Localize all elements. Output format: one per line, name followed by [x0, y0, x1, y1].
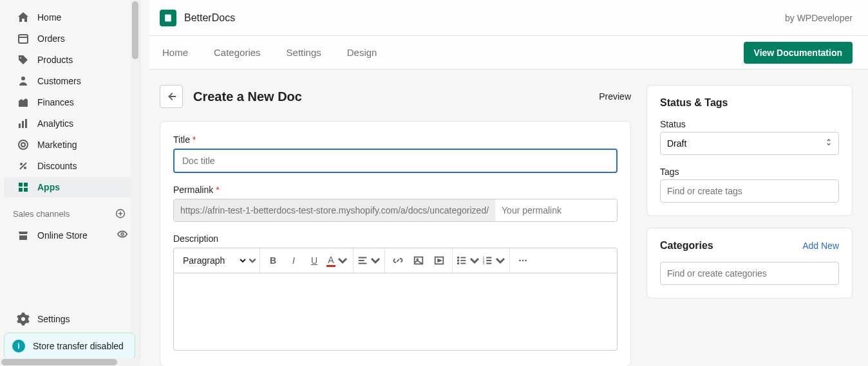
nav-marketing[interactable]: Marketing — [4, 134, 136, 155]
status-tags-heading: Status & Tags — [660, 97, 839, 109]
chevron-down-icon — [248, 250, 257, 271]
bullet-list-button[interactable] — [455, 250, 481, 271]
nav-home-label: Home — [37, 12, 61, 23]
orders-icon — [17, 32, 30, 45]
svg-point-8 — [24, 167, 26, 169]
nav-customers[interactable]: Customers — [4, 71, 136, 91]
marketing-icon — [17, 138, 30, 151]
permalink-base: https://afrin-test-1-betterdocs-test-sto… — [174, 199, 495, 221]
app-logo — [160, 10, 176, 26]
discounts-icon — [17, 160, 30, 172]
nav-settings[interactable]: Settings — [4, 309, 127, 329]
nav-finances[interactable]: Finances — [4, 92, 136, 113]
nav-customers-label: Customers — [37, 76, 81, 86]
tab-home[interactable]: Home — [160, 38, 191, 67]
apps-icon — [17, 181, 30, 194]
svg-rect-12 — [24, 188, 28, 192]
permalink-label: Permalink * — [173, 185, 618, 195]
nav-finances-label: Finances — [37, 97, 74, 107]
link-button[interactable] — [388, 250, 408, 271]
admin-sidebar: Home Orders Products Customers Finances … — [0, 0, 140, 366]
tab-design[interactable]: Design — [344, 38, 380, 67]
nav-online-store[interactable]: Online Store — [4, 224, 136, 246]
categories-card: Categories Add New — [646, 228, 853, 298]
sidebar-scrollbar-thumb[interactable] — [132, 1, 138, 59]
app-title: BetterDocs — [184, 12, 235, 24]
nav-apps-label: Apps — [37, 182, 60, 192]
bold-button[interactable]: B — [263, 250, 283, 271]
page-header: Create a New Doc Preview — [160, 85, 631, 108]
permalink-slug-input[interactable] — [502, 205, 614, 215]
nav-analytics-label: Analytics — [37, 118, 73, 129]
svg-rect-0 — [19, 35, 28, 43]
svg-point-21 — [458, 263, 459, 264]
nav-orders-label: Orders — [37, 33, 65, 44]
video-button[interactable] — [429, 250, 449, 271]
finances-icon — [17, 96, 30, 109]
svg-point-14 — [121, 233, 124, 235]
doc-title-input[interactable] — [173, 149, 618, 173]
nav-home[interactable]: Home — [4, 7, 136, 28]
sales-channels-label: Sales channels — [13, 209, 70, 219]
nav-marketing-label: Marketing — [37, 140, 77, 150]
svg-point-27 — [525, 260, 527, 262]
sidebar-hscroll-track — [0, 358, 140, 366]
store-transfer-banner: i Store transfer disabled — [4, 333, 135, 360]
back-button[interactable] — [160, 85, 183, 108]
nav-analytics[interactable]: Analytics — [4, 113, 136, 134]
svg-point-5 — [19, 140, 28, 149]
store-icon — [17, 229, 30, 242]
add-category-link[interactable]: Add New — [802, 241, 839, 251]
customers-icon — [17, 75, 30, 87]
svg-rect-3 — [22, 121, 24, 128]
developer-text: by WPDeveloper — [785, 13, 853, 23]
svg-rect-11 — [19, 188, 23, 192]
underline-button[interactable]: U — [304, 250, 325, 271]
view-documentation-button[interactable]: View Documentation — [744, 42, 853, 64]
align-button[interactable] — [356, 250, 382, 271]
nav-products-label: Products — [37, 55, 73, 65]
block-format-select[interactable]: Paragraph — [174, 250, 248, 271]
nav-orders[interactable]: Orders — [4, 28, 136, 49]
svg-rect-10 — [24, 183, 28, 187]
main-area: BetterDocs by WPDeveloper Home Categorie… — [149, 0, 868, 366]
svg-point-1 — [21, 77, 25, 80]
status-select-input[interactable]: Draft — [667, 138, 832, 149]
image-button[interactable] — [408, 250, 429, 271]
nav-discounts[interactable]: Discounts — [4, 156, 136, 176]
preview-link[interactable]: Preview — [599, 91, 631, 102]
page-title: Create a New Doc — [193, 89, 302, 104]
view-store-icon[interactable] — [117, 228, 128, 242]
description-editor[interactable] — [173, 273, 618, 351]
sidebar-hscroll-thumb[interactable] — [1, 359, 117, 365]
status-label: Status — [660, 119, 839, 129]
nav-apps[interactable]: Apps — [4, 177, 136, 197]
nav-products[interactable]: Products — [4, 50, 136, 70]
home-icon — [17, 11, 30, 24]
app-topbar: BetterDocs by WPDeveloper — [149, 0, 868, 36]
gear-icon — [17, 313, 30, 325]
add-channel-button[interactable] — [114, 207, 127, 220]
numbered-list-button[interactable]: 123 — [481, 250, 507, 271]
tags-label: Tags — [660, 167, 839, 177]
categories-input[interactable] — [660, 262, 839, 285]
banner-text: Store transfer disabled — [33, 341, 124, 351]
status-select[interactable]: Draft — [660, 132, 839, 155]
tab-settings[interactable]: Settings — [284, 38, 324, 67]
svg-point-17 — [417, 259, 418, 260]
svg-point-25 — [519, 260, 521, 262]
sidebar-scrollbar-track — [131, 0, 140, 366]
tab-categories[interactable]: Categories — [211, 38, 263, 67]
info-icon: i — [12, 340, 25, 352]
tags-input[interactable] — [660, 179, 839, 203]
svg-rect-2 — [19, 124, 21, 128]
text-color-button[interactable]: A — [325, 250, 350, 271]
more-button[interactable] — [513, 250, 533, 271]
nav-online-store-label: Online Store — [37, 230, 88, 241]
italic-button[interactable]: I — [283, 250, 304, 271]
svg-point-6 — [21, 143, 25, 147]
svg-rect-9 — [19, 183, 23, 187]
nav-discounts-label: Discounts — [37, 161, 77, 171]
svg-text:3: 3 — [483, 262, 485, 265]
app-tabbar: Home Categories Settings Design View Doc… — [149, 36, 868, 69]
